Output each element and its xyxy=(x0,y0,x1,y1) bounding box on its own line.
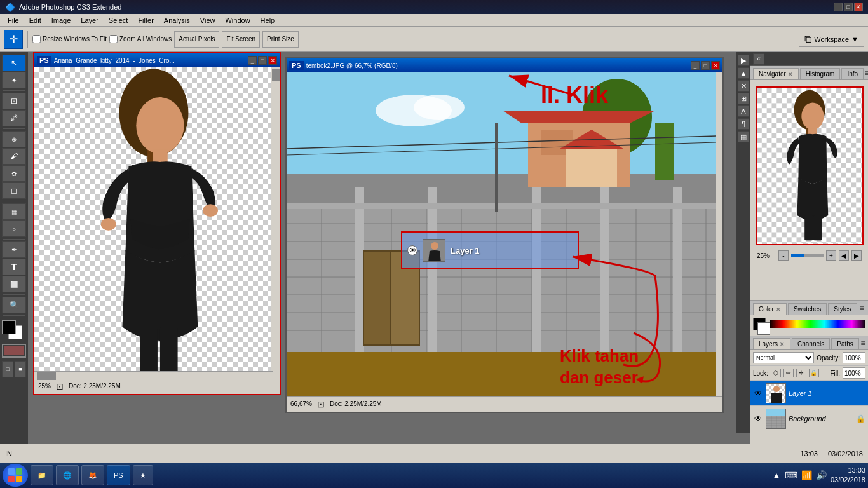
lock-image-btn[interactable]: ✏ xyxy=(783,369,794,377)
right-tool-3[interactable]: ✕ xyxy=(738,80,749,92)
right-tool-2[interactable]: ▲ xyxy=(738,67,749,79)
right-tool-6[interactable]: ¶ xyxy=(738,118,749,130)
zoom-tool[interactable]: 🔍 xyxy=(2,297,26,313)
doc1-minimize[interactable]: _ xyxy=(248,56,257,65)
tray-up-arrow[interactable]: ▲ xyxy=(772,470,781,480)
workspace-button[interactable]: ⧉ Workspace ▼ xyxy=(799,32,864,47)
eyedropper-tool[interactable]: 🖉 xyxy=(2,110,26,126)
tab-swatches[interactable]: Swatches xyxy=(788,303,827,315)
layer-item-layer1[interactable]: 👁 xyxy=(750,381,868,406)
tab-histogram[interactable]: Histogram xyxy=(800,68,841,79)
zoom-right-button[interactable]: ▶ xyxy=(851,250,862,261)
clone-stamp-tool[interactable]: ✿ xyxy=(2,165,26,182)
dodge-tool[interactable]: ○ xyxy=(2,220,26,237)
crop-tool[interactable]: ⊡ xyxy=(2,93,26,109)
fg-color-swatch[interactable] xyxy=(753,318,766,330)
navigator-tab-close[interactable]: ✕ xyxy=(788,71,793,78)
right-tool-4[interactable]: ⊞ xyxy=(738,93,749,104)
menu-image[interactable]: Image xyxy=(46,15,76,25)
fit-screen-button[interactable]: Fit Screen xyxy=(222,31,260,48)
print-size-button[interactable]: Print Size xyxy=(262,31,299,48)
move-tool-icon[interactable]: ✛ xyxy=(4,30,23,49)
magic-wand-tool[interactable]: ✦ xyxy=(2,72,26,88)
doc1-hscroll-thumb[interactable] xyxy=(37,372,56,380)
lock-transparent-btn[interactable]: ⬡ xyxy=(771,369,781,377)
tray-volume[interactable]: 🔊 xyxy=(816,470,827,480)
gradient-tool[interactable]: ▦ xyxy=(2,203,26,220)
tab-info[interactable]: Info xyxy=(841,68,864,79)
collapse-panel-button[interactable]: « xyxy=(753,53,764,65)
menu-window[interactable]: Window xyxy=(220,15,255,25)
doc1-hscrollbar[interactable] xyxy=(34,371,273,380)
doc2-maximize[interactable]: □ xyxy=(701,61,710,70)
maximize-button[interactable]: □ xyxy=(844,3,853,11)
tray-network[interactable]: 📶 xyxy=(801,470,812,480)
layer-visibility-eye[interactable]: 👁 xyxy=(407,245,417,255)
lock-all-btn[interactable]: 🔒 xyxy=(809,369,819,377)
zoom-slider[interactable] xyxy=(791,254,824,257)
tab-navigator[interactable]: Navigator ✕ xyxy=(753,68,799,79)
doc1-maximize[interactable]: □ xyxy=(258,56,267,65)
spot-healing-tool[interactable]: ⊕ xyxy=(2,131,26,147)
color-tab-close[interactable]: ✕ xyxy=(776,306,781,313)
navigator-menu-btn[interactable]: ≡ xyxy=(865,69,868,78)
foreground-color[interactable] xyxy=(2,320,16,334)
right-tool-1[interactable]: ▶ xyxy=(738,55,749,66)
doc2-close[interactable]: ✕ xyxy=(711,61,720,70)
bg-color-swatch[interactable] xyxy=(757,322,770,335)
tab-layers[interactable]: Layers ✕ xyxy=(753,338,790,349)
text-tool[interactable]: T xyxy=(2,259,26,275)
layers-tab-close[interactable]: ✕ xyxy=(780,341,785,348)
doc2-minimize[interactable]: _ xyxy=(691,61,700,70)
color-spectrum-slider[interactable] xyxy=(770,320,865,328)
actual-pixels-button[interactable]: Actual Pixels xyxy=(174,31,219,48)
taskbar-explorer[interactable]: 📁 xyxy=(31,465,53,485)
tab-styles[interactable]: Styles xyxy=(828,303,857,315)
taskbar-photoshop[interactable]: PS xyxy=(107,465,130,485)
shape-tool[interactable]: ⬜ xyxy=(2,276,26,292)
canvas-area[interactable]: PS Ariana_Grande_kitty_2014_-_Jones_Cro.… xyxy=(28,52,750,463)
menu-analysis[interactable]: Analysis xyxy=(159,15,195,25)
color-menu-btn[interactable]: ≡ xyxy=(858,304,866,313)
doc1-vscroll-thumb[interactable] xyxy=(272,69,280,81)
doc1-close[interactable]: ✕ xyxy=(268,56,277,65)
tab-paths[interactable]: Paths xyxy=(831,338,859,349)
minimize-button[interactable]: _ xyxy=(834,3,843,11)
menu-select[interactable]: Select xyxy=(104,15,133,25)
eraser-tool[interactable]: ◻ xyxy=(2,182,26,199)
menu-help[interactable]: Help xyxy=(255,15,280,25)
right-tool-7[interactable]: ▦ xyxy=(738,131,749,142)
background-visibility[interactable]: 👁 xyxy=(753,414,763,424)
document-ariana[interactable]: PS Ariana_Grande_kitty_2014_-_Jones_Cro.… xyxy=(33,52,281,395)
opacity-input[interactable] xyxy=(843,352,865,363)
doc1-vscrollbar[interactable] xyxy=(271,67,280,379)
menu-view[interactable]: View xyxy=(195,15,220,25)
layer-item-background[interactable]: 👁 xyxy=(750,406,868,431)
tab-color[interactable]: Color ✕ xyxy=(753,303,787,315)
taskbar-star[interactable]: ★ xyxy=(133,465,153,485)
layers-menu-btn[interactable]: ≡ xyxy=(860,339,865,348)
menu-filter[interactable]: Filter xyxy=(133,15,158,25)
tab-channels[interactable]: Channels xyxy=(792,338,830,349)
screen-mode-full[interactable]: ■ xyxy=(15,361,26,377)
start-button[interactable] xyxy=(3,464,28,487)
quick-mask[interactable] xyxy=(2,344,26,358)
right-tool-5[interactable]: A xyxy=(738,105,749,117)
taskbar-firefox[interactable]: 🦊 xyxy=(81,465,104,485)
menu-edit[interactable]: Edit xyxy=(24,15,46,25)
layer1-visibility[interactable]: 👁 xyxy=(753,388,763,398)
document-tembok[interactable]: PS tembok2.JPG @ 66,7% (RGB/8) _ □ ✕ xyxy=(285,57,724,413)
zoom-left-button[interactable]: ◀ xyxy=(839,250,849,261)
zoom-in-button[interactable]: + xyxy=(826,250,836,261)
resize-windows-checkbox[interactable] xyxy=(32,35,41,43)
pen-tool[interactable]: ✒ xyxy=(2,241,26,258)
zoom-all-checkbox[interactable] xyxy=(109,35,118,43)
selection-tool[interactable]: ↖ xyxy=(2,55,26,71)
zoom-out-button[interactable]: - xyxy=(778,250,789,261)
blend-mode-select[interactable]: Normal xyxy=(753,352,814,363)
lock-position-btn[interactable]: ✛ xyxy=(796,369,806,377)
tray-keyboard[interactable]: ⌨ xyxy=(785,470,797,480)
taskbar-chrome[interactable]: 🌐 xyxy=(56,465,79,485)
menu-layer[interactable]: Layer xyxy=(76,15,104,25)
fill-input[interactable] xyxy=(843,367,865,379)
